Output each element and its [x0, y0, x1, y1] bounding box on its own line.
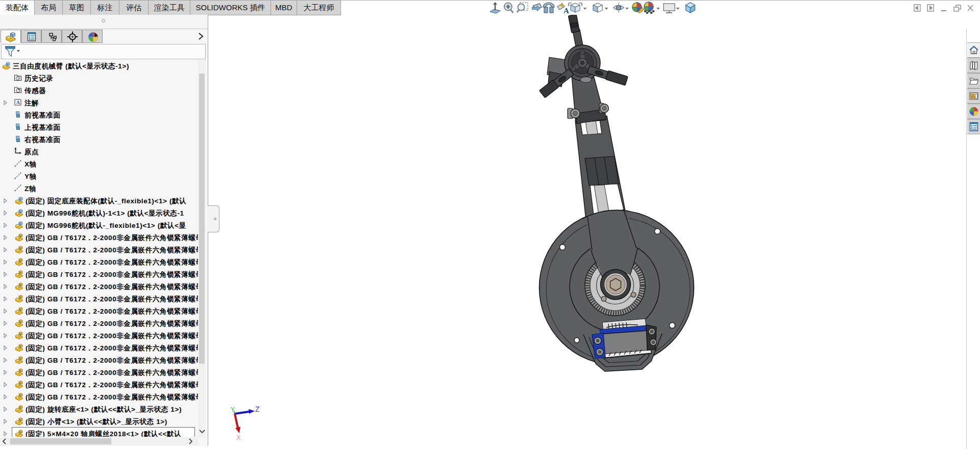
svg-text:X: X — [236, 434, 241, 441]
svg-text:A: A — [564, 7, 569, 15]
svg-text:Z: Z — [255, 405, 260, 413]
